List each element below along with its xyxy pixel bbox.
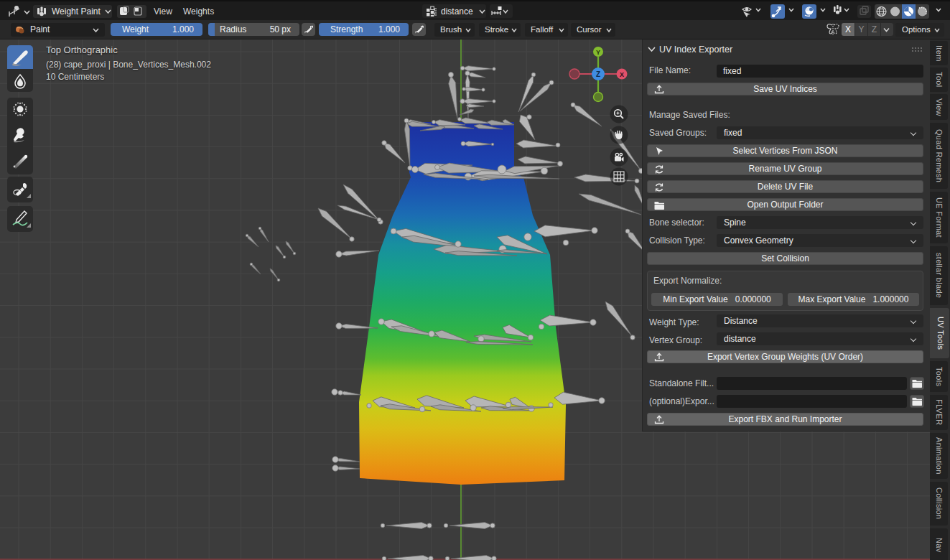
svg-text:X: X — [620, 71, 624, 78]
svg-text:Y: Y — [596, 49, 600, 56]
svg-text:Z: Z — [596, 70, 600, 78]
